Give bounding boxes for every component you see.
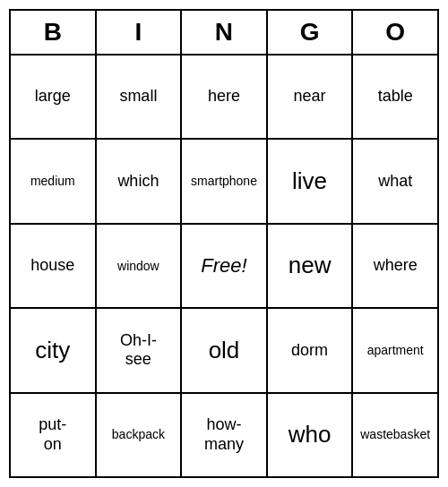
cell-content: near (294, 87, 326, 107)
cell-content: new (289, 252, 332, 279)
bingo-cell: old (182, 309, 268, 391)
bingo-cell: which (97, 140, 183, 222)
bingo-cell: small (97, 56, 183, 138)
cell-content: wastebasket (360, 427, 430, 442)
cell-content: smartphone (191, 174, 257, 189)
bingo-cell: who (268, 394, 354, 476)
bingo-row: mediumwhichsmartphonelivewhat (11, 140, 437, 224)
cell-content: here (208, 87, 240, 107)
bingo-cell: house (11, 225, 97, 307)
bingo-row: put-onbackpackhow-manywhowastebasket (11, 394, 437, 476)
bingo-cell: new (268, 225, 354, 307)
header-letter: N (182, 11, 268, 54)
bingo-cell: Oh-I-see (97, 309, 183, 391)
header-letter: O (353, 11, 437, 54)
bingo-cell: wastebasket (353, 394, 437, 476)
bingo-row: cityOh-I-seeolddormapartment (11, 309, 437, 393)
cell-content: how-many (204, 415, 244, 454)
bingo-header: BINGO (11, 11, 437, 56)
bingo-cell: table (353, 56, 437, 138)
bingo-cell: near (268, 56, 354, 138)
cell-content: apartment (367, 343, 424, 358)
cell-content: house (30, 256, 74, 276)
bingo-row: housewindowFree!newwhere (11, 225, 437, 309)
cell-content: who (289, 421, 332, 449)
cell-content: Oh-I-see (120, 331, 157, 370)
cell-content: live (292, 167, 327, 195)
bingo-cell: smartphone (182, 140, 268, 222)
cell-content: which (117, 172, 159, 192)
cell-content: small (119, 87, 157, 107)
cell-content: table (378, 87, 413, 107)
bingo-cell: Free! (182, 225, 268, 307)
cell-content: old (209, 337, 240, 364)
cell-content: medium (30, 174, 75, 189)
cell-content: put-on (39, 415, 66, 454)
cell-content: large (35, 87, 71, 107)
bingo-cell: put-on (11, 394, 97, 476)
cell-content: backpack (112, 427, 165, 442)
bingo-cell: backpack (97, 394, 183, 476)
cell-content: window (117, 259, 159, 274)
header-letter: G (268, 11, 354, 54)
bingo-cell: medium (11, 140, 97, 222)
bingo-card: BINGO largesmallhereneartablemediumwhich… (9, 9, 439, 478)
bingo-row: largesmallhereneartable (11, 56, 437, 140)
bingo-cell: here (182, 56, 268, 138)
bingo-cell: dorm (268, 309, 354, 391)
header-letter: I (97, 11, 183, 54)
cell-content: dorm (291, 341, 328, 361)
cell-content: where (374, 256, 418, 276)
header-letter: B (11, 11, 97, 54)
cell-content: city (35, 337, 70, 364)
bingo-cell: where (353, 225, 437, 307)
bingo-cell: large (11, 56, 97, 138)
bingo-cell: apartment (353, 309, 437, 391)
bingo-body: largesmallhereneartablemediumwhichsmartp… (11, 56, 437, 476)
cell-content: what (378, 172, 412, 192)
bingo-cell: live (268, 140, 354, 222)
bingo-cell: window (97, 225, 183, 307)
bingo-cell: city (11, 309, 97, 391)
bingo-cell: how-many (182, 394, 268, 476)
cell-content: Free! (201, 254, 246, 278)
bingo-cell: what (353, 140, 437, 222)
